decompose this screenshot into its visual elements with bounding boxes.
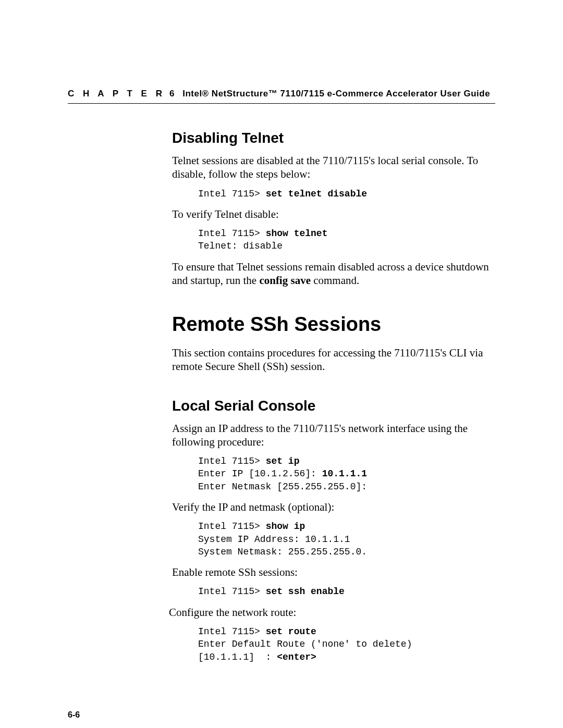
cli-command: show ip (266, 521, 305, 532)
header-title: Intel® NetStructure™ 7110/7115 e-Commerc… (182, 89, 490, 98)
cli-output: System IP Address: 10.1.1.1 (198, 534, 350, 545)
heading-local-serial-console: Local Serial Console (172, 398, 495, 414)
cli-output: Enter IP [10.1.2.56]: (198, 468, 322, 479)
content-area: Disabling Telnet Telnet sessions are dis… (172, 130, 495, 663)
code-block: Intel 7115> show telnet Telnet: disable (198, 227, 495, 253)
cli-prompt: Intel 7115> (198, 626, 266, 637)
heading-disabling-telnet: Disabling Telnet (172, 130, 495, 146)
body-text: Configure the network route: (169, 606, 495, 619)
body-text: Verify the IP and netmask (optional): (172, 500, 495, 514)
heading-remote-ssh: Remote SSh Sessions (172, 313, 495, 336)
body-text: To ensure that Telnet sessions remain di… (172, 260, 495, 288)
body-text: Assign an IP address to the 7110/7115's … (172, 422, 495, 449)
cli-output: Telnet: disable (198, 241, 283, 251)
page-number: 6-6 (68, 710, 495, 720)
cli-command: set route (266, 626, 316, 637)
inline-command: config save (259, 274, 311, 287)
code-block: Intel 7115> set route Enter Default Rout… (198, 625, 495, 663)
code-block: Intel 7115> set telnet disable (198, 188, 495, 200)
page: C H A P T E R6 Intel® NetStructure™ 7110… (0, 0, 563, 728)
cli-output: System Netmask: 255.255.255.0. (198, 547, 367, 557)
code-block: Intel 7115> show ip System IP Address: 1… (198, 520, 495, 558)
cli-command: show telnet (266, 228, 328, 239)
cli-output: Enter Netmask [255.255.255.0]: (198, 482, 367, 492)
cli-prompt: Intel 7115> (198, 586, 266, 597)
cli-prompt: Intel 7115> (198, 456, 266, 466)
cli-command: set telnet disable (266, 189, 367, 199)
body-text: Telnet sessions are disabled at the 7110… (172, 154, 495, 181)
cli-prompt: Intel 7115> (198, 228, 266, 239)
code-block: Intel 7115> set ssh enable (198, 585, 495, 598)
cli-output: [10.1.1.1] : (198, 652, 277, 662)
cli-input: <enter> (277, 652, 316, 662)
body-text: To verify Telnet disable: (172, 207, 495, 221)
body-text: Enable remote SSh sessions: (172, 565, 495, 579)
cli-command: set ip (266, 456, 300, 466)
cli-prompt: Intel 7115> (198, 521, 266, 532)
running-header: C H A P T E R6 Intel® NetStructure™ 7110… (68, 89, 495, 99)
code-block: Intel 7115> set ip Enter IP [10.1.2.56]:… (198, 455, 495, 493)
cli-prompt: Intel 7115> (198, 189, 266, 199)
chapter-label: C H A P T E R (68, 89, 165, 98)
cli-command: set ssh enable (266, 586, 345, 597)
body-text: This section contains procedures for acc… (172, 346, 495, 374)
header-rule (68, 103, 495, 104)
cli-output: Enter Default Route ('none' to delete) (198, 639, 412, 649)
chapter-number: 6 (169, 89, 175, 98)
cli-input: 10.1.1.1 (322, 468, 367, 479)
